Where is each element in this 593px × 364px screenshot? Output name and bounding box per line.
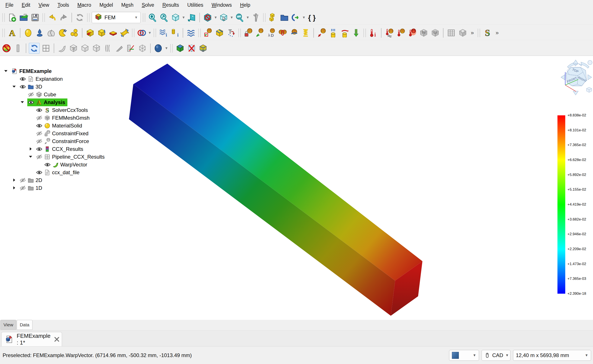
- material-solid-button[interactable]: [23, 28, 33, 38]
- visibility-on-icon[interactable]: [36, 146, 42, 152]
- constraint-displacement-button[interactable]: [255, 28, 265, 38]
- fit-all-button[interactable]: [147, 12, 158, 23]
- tree-item-femmeshgmsh[interactable]: GFEMMeshGmsh: [0, 114, 113, 122]
- material-editor-button[interactable]: [46, 28, 56, 38]
- arrow-right[interactable]: [588, 75, 592, 80]
- background-color-combo[interactable]: ▼: [449, 350, 479, 361]
- element-geometry-button[interactable]: [57, 28, 68, 38]
- tree-expand-icon[interactable]: [28, 147, 33, 152]
- toolbar-grip[interactable]: [263, 13, 265, 22]
- create-group-button[interactable]: [279, 12, 290, 23]
- sync-view-button[interactable]: [186, 12, 197, 23]
- mesh-region-button[interactable]: [458, 28, 468, 38]
- zoom-tools-dropdown-arrow[interactable]: ▼: [246, 16, 249, 20]
- menu-file[interactable]: File: [1, 1, 18, 10]
- menu-results[interactable]: Results: [158, 1, 183, 10]
- menu-help[interactable]: Help: [236, 1, 254, 10]
- menu-tools[interactable]: Tools: [53, 1, 73, 10]
- purge-results-button[interactable]: [1, 43, 12, 53]
- constraint-pressure-button[interactable]: [328, 28, 338, 38]
- tree-item-2d[interactable]: 2D: [0, 176, 113, 184]
- post-pipeline-button[interactable]: [41, 43, 51, 53]
- mesh-gmsh-button[interactable]: G: [430, 28, 440, 38]
- mini-cube[interactable]: [586, 87, 592, 92]
- menu-edit[interactable]: Edit: [18, 1, 34, 10]
- visibility-on-icon[interactable]: [36, 123, 42, 129]
- constraint-contact-button[interactable]: [277, 28, 288, 38]
- constraint-torque-button[interactable]: [339, 28, 350, 38]
- menu-solve[interactable]: Solve: [138, 1, 158, 10]
- fluid-section-info-button[interactable]: i: [170, 28, 180, 38]
- new-document-button[interactable]: [7, 12, 17, 23]
- toolbar-grip[interactable]: [42, 13, 45, 22]
- visibility-on-icon[interactable]: [44, 162, 51, 168]
- redo-button[interactable]: [59, 12, 69, 23]
- menu-utilities[interactable]: Utilities: [183, 1, 207, 10]
- tree-item-constraintfixed[interactable]: ConstraintFixed: [0, 130, 113, 137]
- visibility-off-icon[interactable]: [36, 138, 42, 144]
- menu-windows[interactable]: Windows: [207, 1, 236, 10]
- make-link-dropdown-arrow[interactable]: ▼: [302, 16, 306, 20]
- post-sphere-region-dropdown-arrow[interactable]: ▼: [165, 46, 168, 50]
- arrow-left[interactable]: [561, 75, 565, 80]
- tree-item-analysis[interactable]: AAnalysis: [0, 98, 113, 106]
- fem-analysis-button[interactable]: A: [7, 28, 17, 38]
- constraint-fixed-button[interactable]: [243, 28, 253, 38]
- tree-item-cube[interactable]: Cube: [0, 91, 113, 98]
- view-dimensions-combo[interactable]: 12,40 m x 5693,98 mm ▼: [513, 350, 591, 361]
- create-part-button[interactable]: [268, 12, 278, 23]
- menu-model[interactable]: Model: [95, 1, 117, 10]
- save-document-button[interactable]: [30, 12, 40, 23]
- make-link-button[interactable]: [291, 12, 301, 23]
- solid-block-button[interactable]: [214, 28, 225, 38]
- constraint-heat-flux-button[interactable]: [384, 28, 394, 38]
- expression-editor-button[interactable]: { }: [307, 12, 317, 23]
- toolbar-grip[interactable]: [198, 29, 201, 37]
- toolbar-grip[interactable]: [2, 29, 5, 37]
- toolbar-grip[interactable]: [478, 29, 480, 37]
- constraint-transform-button[interactable]: λD: [266, 28, 276, 38]
- tree-item-explanation[interactable]: Explanation: [0, 75, 113, 83]
- body-heat-source-button[interactable]: [407, 28, 418, 38]
- tree-item-warpvector[interactable]: WarpVector: [0, 161, 113, 169]
- menu-view[interactable]: View: [34, 1, 53, 10]
- box-element-selection-button[interactable]: [218, 12, 229, 23]
- post-function-cut-button[interactable]: [80, 43, 90, 53]
- tree-expand-icon[interactable]: [12, 185, 17, 191]
- visibility-off-icon[interactable]: [36, 130, 42, 137]
- tree-item-femexample[interactable]: FEMExample: [0, 67, 113, 75]
- visibility-on-icon[interactable]: [28, 99, 34, 106]
- beam-rotation-button[interactable]: [96, 28, 107, 38]
- tree-collapse-icon[interactable]: [20, 100, 25, 105]
- zoom-tools-button[interactable]: [235, 12, 245, 23]
- toolbar-overflow-chevron[interactable]: »: [494, 29, 500, 36]
- 3d-viewport[interactable]: FEMExampleExplanation3DCubeAAnalysisSSol…: [0, 56, 593, 320]
- post-region-clip-filter-button[interactable]: [91, 43, 102, 53]
- tree-expand-icon[interactable]: [12, 178, 17, 183]
- navigation-style-combo[interactable]: CAD ▼: [482, 350, 510, 361]
- post-box-cut-button[interactable]: [186, 43, 197, 53]
- tree-item-materialsolid[interactable]: MaterialSolid: [0, 122, 113, 130]
- axonometric-view-button[interactable]: [170, 12, 181, 23]
- post-glyph-filter-button[interactable]: [137, 43, 148, 53]
- arrow-up[interactable]: [573, 60, 578, 64]
- tree-collapse-icon[interactable]: [12, 84, 17, 89]
- arrow-down[interactable]: [573, 91, 578, 95]
- workbench-selector[interactable]: FEM▼: [92, 12, 141, 23]
- element-rotation-button[interactable]: [119, 28, 130, 38]
- post-box-visible-button[interactable]: [175, 43, 185, 53]
- post-sphere-region-button[interactable]: [153, 43, 164, 53]
- measure-button[interactable]: [250, 12, 261, 23]
- post-data-along-line-button[interactable]: [114, 43, 125, 53]
- tree-collapse-icon[interactable]: [28, 154, 33, 160]
- visibility-off-icon[interactable]: [20, 185, 26, 191]
- mesh-boundary-layer-button[interactable]: [446, 28, 457, 38]
- tree-collapse-icon[interactable]: [3, 69, 9, 74]
- visibility-off-icon[interactable]: [28, 91, 34, 98]
- shell-thickness-button[interactable]: [108, 28, 118, 38]
- tree-item-ccx_dat_file[interactable]: ccx_dat_file: [0, 169, 113, 176]
- navigation-cube[interactable]: TOPFRONTRIGHT: [559, 59, 593, 97]
- tab-data[interactable]: Data: [17, 320, 32, 330]
- menu-macro[interactable]: Macro: [73, 1, 95, 10]
- visibility-off-icon[interactable]: [36, 115, 42, 121]
